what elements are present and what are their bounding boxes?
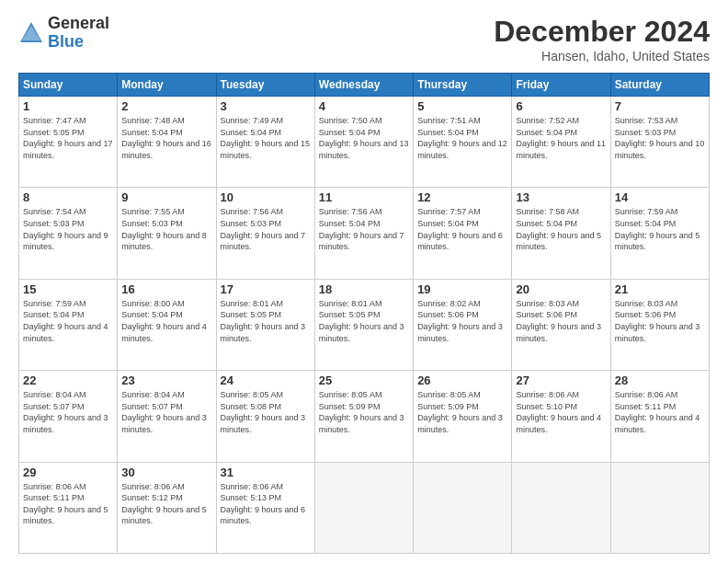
day-number: 9 (121, 190, 211, 204)
day-number: 6 (516, 99, 606, 113)
calendar-cell: 10Sunrise: 7:56 AMSunset: 5:03 PMDayligh… (216, 188, 314, 279)
month-title: December 2024 (494, 15, 710, 49)
calendar-cell: 29Sunrise: 8:06 AMSunset: 5:11 PMDayligh… (19, 462, 118, 553)
day-info: Sunrise: 7:52 AMSunset: 5:04 PMDaylight:… (516, 115, 606, 161)
calendar-cell: 13Sunrise: 7:58 AMSunset: 5:04 PMDayligh… (512, 188, 610, 279)
calendar-cell: 25Sunrise: 8:05 AMSunset: 5:09 PMDayligh… (314, 371, 413, 462)
day-number: 24 (221, 373, 311, 387)
calendar-cell (512, 462, 610, 553)
calendar-cell: 7Sunrise: 7:53 AMSunset: 5:03 PMDaylight… (610, 97, 709, 188)
calendar-cell: 14Sunrise: 7:59 AMSunset: 5:04 PMDayligh… (610, 188, 709, 279)
day-number: 27 (516, 373, 606, 387)
day-number: 5 (417, 99, 507, 113)
calendar-cell: 16Sunrise: 8:00 AMSunset: 5:04 PMDayligh… (118, 279, 216, 370)
weekday-header-saturday: Saturday (610, 74, 709, 97)
day-info: Sunrise: 7:56 AMSunset: 5:03 PMDaylight:… (221, 206, 311, 252)
calendar-body: 1Sunrise: 7:47 AMSunset: 5:05 PMDaylight… (19, 97, 710, 554)
day-info: Sunrise: 7:56 AMSunset: 5:04 PMDaylight:… (319, 206, 409, 252)
calendar-cell: 23Sunrise: 8:04 AMSunset: 5:07 PMDayligh… (118, 371, 216, 462)
calendar-cell: 6Sunrise: 7:52 AMSunset: 5:04 PMDaylight… (512, 97, 610, 188)
day-number: 21 (615, 282, 705, 296)
calendar-cell: 12Sunrise: 7:57 AMSunset: 5:04 PMDayligh… (414, 188, 512, 279)
calendar-cell: 8Sunrise: 7:54 AMSunset: 5:03 PMDaylight… (19, 188, 118, 279)
day-info: Sunrise: 8:01 AMSunset: 5:05 PMDaylight:… (221, 298, 311, 344)
calendar-cell (610, 462, 709, 553)
day-number: 14 (615, 190, 705, 204)
page-header: General Blue December 2024 Hansen, Idaho… (18, 15, 710, 63)
calendar-table: SundayMondayTuesdayWednesdayThursdayFrid… (18, 73, 710, 554)
calendar-cell: 20Sunrise: 8:03 AMSunset: 5:06 PMDayligh… (512, 279, 610, 370)
day-number: 22 (23, 373, 113, 387)
day-info: Sunrise: 7:54 AMSunset: 5:03 PMDaylight:… (23, 206, 113, 252)
day-number: 20 (516, 282, 606, 296)
day-info: Sunrise: 8:05 AMSunset: 5:09 PMDaylight:… (417, 389, 507, 435)
day-number: 28 (615, 373, 705, 387)
day-info: Sunrise: 7:58 AMSunset: 5:04 PMDaylight:… (516, 206, 606, 252)
calendar-week-row: 1Sunrise: 7:47 AMSunset: 5:05 PMDaylight… (19, 97, 710, 188)
logo: General Blue (18, 15, 109, 52)
day-number: 29 (23, 465, 113, 479)
calendar-cell: 1Sunrise: 7:47 AMSunset: 5:05 PMDaylight… (19, 97, 118, 188)
weekday-header-monday: Monday (118, 74, 216, 97)
calendar-week-row: 8Sunrise: 7:54 AMSunset: 5:03 PMDaylight… (19, 188, 710, 279)
day-number: 13 (516, 190, 606, 204)
day-info: Sunrise: 7:51 AMSunset: 5:04 PMDaylight:… (417, 115, 507, 161)
day-number: 19 (417, 282, 507, 296)
day-info: Sunrise: 7:59 AMSunset: 5:04 PMDaylight:… (23, 298, 113, 344)
calendar-cell (314, 462, 413, 553)
calendar-cell: 27Sunrise: 8:06 AMSunset: 5:10 PMDayligh… (512, 371, 610, 462)
calendar-cell: 3Sunrise: 7:49 AMSunset: 5:04 PMDaylight… (216, 97, 314, 188)
day-number: 7 (615, 99, 705, 113)
calendar-cell: 24Sunrise: 8:05 AMSunset: 5:08 PMDayligh… (216, 371, 314, 462)
logo-blue-text: Blue (48, 33, 109, 52)
location-text: Hansen, Idaho, United States (494, 49, 710, 63)
day-info: Sunrise: 8:06 AMSunset: 5:10 PMDaylight:… (516, 389, 606, 435)
day-number: 17 (221, 282, 311, 296)
calendar-cell: 19Sunrise: 8:02 AMSunset: 5:06 PMDayligh… (414, 279, 512, 370)
calendar-cell: 30Sunrise: 8:06 AMSunset: 5:12 PMDayligh… (118, 462, 216, 553)
day-number: 11 (319, 190, 409, 204)
calendar-cell: 31Sunrise: 8:06 AMSunset: 5:13 PMDayligh… (216, 462, 314, 553)
calendar-week-row: 15Sunrise: 7:59 AMSunset: 5:04 PMDayligh… (19, 279, 710, 370)
day-info: Sunrise: 8:00 AMSunset: 5:04 PMDaylight:… (121, 298, 211, 344)
day-info: Sunrise: 8:04 AMSunset: 5:07 PMDaylight:… (121, 389, 211, 435)
day-number: 4 (319, 99, 409, 113)
day-number: 2 (121, 99, 211, 113)
calendar-cell: 4Sunrise: 7:50 AMSunset: 5:04 PMDaylight… (314, 97, 413, 188)
weekday-header-friday: Friday (512, 74, 610, 97)
calendar-cell: 15Sunrise: 7:59 AMSunset: 5:04 PMDayligh… (19, 279, 118, 370)
weekday-header-thursday: Thursday (414, 74, 512, 97)
day-info: Sunrise: 8:02 AMSunset: 5:06 PMDaylight:… (417, 298, 507, 344)
day-number: 8 (23, 190, 113, 204)
day-info: Sunrise: 7:57 AMSunset: 5:04 PMDaylight:… (417, 206, 507, 252)
day-info: Sunrise: 8:03 AMSunset: 5:06 PMDaylight:… (516, 298, 606, 344)
day-info: Sunrise: 8:06 AMSunset: 5:13 PMDaylight:… (221, 481, 311, 527)
calendar-cell: 26Sunrise: 8:05 AMSunset: 5:09 PMDayligh… (414, 371, 512, 462)
calendar-cell: 2Sunrise: 7:48 AMSunset: 5:04 PMDaylight… (118, 97, 216, 188)
day-number: 12 (417, 190, 507, 204)
day-info: Sunrise: 8:05 AMSunset: 5:08 PMDaylight:… (221, 389, 311, 435)
day-info: Sunrise: 7:55 AMSunset: 5:03 PMDaylight:… (121, 206, 211, 252)
day-info: Sunrise: 8:01 AMSunset: 5:05 PMDaylight:… (319, 298, 409, 344)
title-block: December 2024 Hansen, Idaho, United Stat… (494, 15, 710, 63)
day-info: Sunrise: 8:05 AMSunset: 5:09 PMDaylight:… (319, 389, 409, 435)
day-info: Sunrise: 8:06 AMSunset: 5:11 PMDaylight:… (615, 389, 705, 435)
logo-general-text: General (48, 15, 109, 33)
calendar-week-row: 29Sunrise: 8:06 AMSunset: 5:11 PMDayligh… (19, 462, 710, 553)
day-info: Sunrise: 8:06 AMSunset: 5:11 PMDaylight:… (23, 481, 113, 527)
calendar-cell (414, 462, 512, 553)
day-info: Sunrise: 7:53 AMSunset: 5:03 PMDaylight:… (615, 115, 705, 161)
day-number: 1 (23, 99, 113, 113)
weekday-header-row: SundayMondayTuesdayWednesdayThursdayFrid… (19, 74, 710, 97)
calendar-cell: 21Sunrise: 8:03 AMSunset: 5:06 PMDayligh… (610, 279, 709, 370)
day-number: 16 (121, 282, 211, 296)
calendar-cell: 22Sunrise: 8:04 AMSunset: 5:07 PMDayligh… (19, 371, 118, 462)
day-info: Sunrise: 7:50 AMSunset: 5:04 PMDaylight:… (319, 115, 409, 161)
day-number: 3 (221, 99, 311, 113)
day-info: Sunrise: 7:49 AMSunset: 5:04 PMDaylight:… (221, 115, 311, 161)
day-number: 23 (121, 373, 211, 387)
calendar-header: SundayMondayTuesdayWednesdayThursdayFrid… (19, 74, 710, 97)
day-info: Sunrise: 8:04 AMSunset: 5:07 PMDaylight:… (23, 389, 113, 435)
calendar-cell: 18Sunrise: 8:01 AMSunset: 5:05 PMDayligh… (314, 279, 413, 370)
day-number: 30 (121, 465, 211, 479)
